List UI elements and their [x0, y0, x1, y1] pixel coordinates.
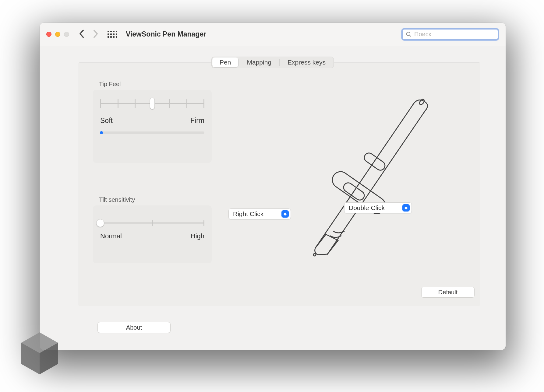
search-input[interactable]: [414, 31, 495, 38]
pen-upper-button-select[interactable]: Double Click: [344, 202, 412, 213]
tip-feel-slider-knob[interactable]: [150, 98, 155, 109]
svg-point-0: [407, 32, 410, 36]
tip-feel-label: Tip Feel: [99, 81, 121, 88]
tip-feel-slider[interactable]: [100, 99, 204, 108]
window-title: ViewSonic Pen Manager: [126, 30, 206, 38]
pen-lower-button-value: Right Click: [233, 210, 263, 218]
close-window-button[interactable]: [46, 32, 51, 37]
tip-feel-firm-label: Firm: [190, 117, 204, 125]
navigation-arrows: [78, 30, 99, 39]
svg-point-3: [419, 98, 425, 105]
tab-pen[interactable]: Pen: [212, 58, 238, 67]
forward-button[interactable]: [92, 30, 99, 39]
tilt-sensitivity-label: Tilt sensitivity: [99, 196, 135, 203]
dropdown-caret-icon: [402, 204, 410, 212]
tilt-sensitivity-slider[interactable]: [100, 222, 204, 224]
tab-bar: Pen Mapping Express keys: [211, 57, 334, 68]
pen-illustration: [279, 78, 437, 260]
window-toolbar: ViewSonic Pen Manager: [40, 23, 506, 46]
pressure-indicator: [100, 131, 204, 134]
svg-point-2: [313, 254, 316, 256]
zoom-window-button[interactable]: [64, 32, 69, 37]
tilt-normal-label: Normal: [100, 232, 122, 240]
pen-illustration-area: [209, 78, 425, 260]
default-button[interactable]: Default: [421, 287, 475, 298]
show-all-preferences-icon[interactable]: [108, 31, 117, 38]
search-field[interactable]: [401, 28, 499, 40]
back-button[interactable]: [78, 30, 85, 39]
tab-express[interactable]: Express keys: [280, 57, 334, 68]
preferences-window: ViewSonic Pen Manager Pen Mapping Expres…: [40, 23, 506, 350]
pen-upper-button-value: Double Click: [349, 204, 385, 212]
about-button[interactable]: About: [97, 322, 171, 333]
tip-feel-soft-label: Soft: [100, 117, 113, 125]
traffic-lights: [46, 32, 69, 37]
svg-line-1: [410, 35, 411, 37]
tilt-high-label: High: [191, 232, 204, 240]
cube-watermark-icon: [18, 331, 61, 376]
dropdown-caret-icon: [281, 210, 289, 218]
tip-feel-group: Tip Feel Soft Firm: [93, 90, 212, 163]
tab-mapping[interactable]: Mapping: [239, 57, 279, 68]
tilt-slider-knob[interactable]: [96, 219, 104, 227]
tilt-sensitivity-group: Tilt sensitivity Normal High: [93, 205, 212, 263]
search-icon: [406, 31, 412, 37]
pen-lower-button-select[interactable]: Right Click: [228, 208, 291, 219]
minimize-window-button[interactable]: [55, 32, 60, 37]
